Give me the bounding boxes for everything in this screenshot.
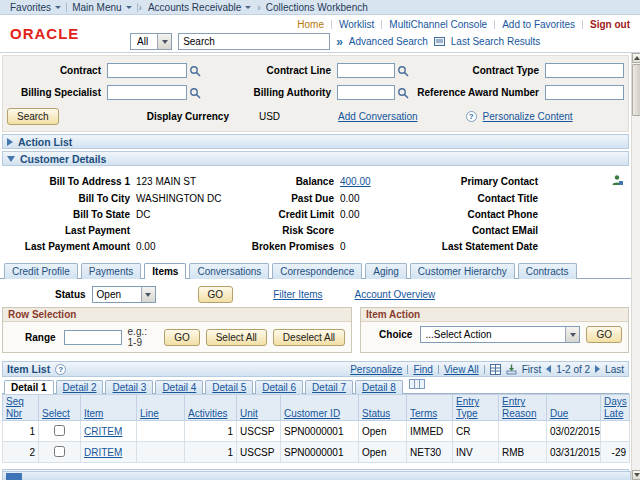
detail-tab-2[interactable]: Detail 2: [56, 380, 104, 394]
row-select-checkbox[interactable]: [54, 446, 65, 457]
item-list-title: Item List: [7, 363, 50, 375]
download-icon[interactable]: [506, 364, 517, 375]
contract-type-input[interactable]: [545, 63, 624, 78]
help-icon[interactable]: ?: [55, 364, 66, 375]
item-link[interactable]: DRITEM: [84, 447, 122, 458]
status-go-button[interactable]: GO: [198, 286, 234, 303]
col-header-days-late[interactable]: Days Late: [601, 395, 630, 421]
personalize-content-link[interactable]: Personalize Content: [483, 111, 573, 122]
col-header-item[interactable]: Item: [81, 395, 137, 421]
col-header-entry-type[interactable]: Entry Type: [453, 395, 499, 421]
col-header-seq-nbr[interactable]: Seq Nbr: [3, 395, 39, 421]
detail-tab-3[interactable]: Detail 3: [105, 380, 153, 394]
billing-authority-input[interactable]: [337, 85, 395, 100]
vertical-scrollbar[interactable]: [631, 53, 640, 480]
nav-multichannel-console-link[interactable]: MultiChannel Console: [389, 19, 487, 30]
select-all-button[interactable]: Select All: [206, 329, 267, 346]
last-search-results-icon[interactable]: [434, 36, 445, 47]
range-input[interactable]: [64, 330, 122, 345]
filter-items-link[interactable]: Filter Items: [273, 289, 322, 300]
row-select-checkbox[interactable]: [54, 425, 65, 436]
last-search-results-link[interactable]: Last Search Results: [451, 36, 541, 47]
breadcrumb-accounts-receivable[interactable]: Accounts Receivable: [143, 2, 256, 13]
show-all-columns-icon[interactable]: [409, 379, 425, 391]
pagination-first[interactable]: First: [522, 364, 541, 375]
account-overview-link[interactable]: Account Overview: [355, 289, 436, 300]
cell-customer-id: SPN0000001: [281, 421, 359, 442]
contract-line-input[interactable]: [337, 63, 395, 78]
primary-contact-icon[interactable]: [611, 174, 623, 186]
reference-award-number-input[interactable]: [545, 85, 624, 100]
add-conversation-link[interactable]: Add Conversation: [338, 111, 418, 122]
col-header-unit[interactable]: Unit: [237, 395, 281, 421]
contract-input[interactable]: [107, 63, 187, 78]
nav-worklist-link[interactable]: Worklist: [339, 19, 374, 30]
deselect-all-button[interactable]: Deselect All: [273, 329, 345, 346]
tab-correspondence[interactable]: Correspondence: [272, 263, 362, 279]
tab-contracts[interactable]: Contracts: [518, 263, 577, 279]
action-list-section-header[interactable]: Action List: [2, 134, 629, 149]
field-label: Bill To City: [2, 193, 130, 204]
scroll-up-button[interactable]: [632, 53, 640, 63]
nav-home-link[interactable]: Home: [297, 19, 324, 30]
advanced-search-icon[interactable]: »: [336, 35, 343, 49]
col-header-select[interactable]: Select: [39, 395, 81, 421]
collapse-arrow-icon[interactable]: [7, 156, 15, 162]
tab-customer-hierarchy[interactable]: Customer Hierarchy: [410, 263, 515, 279]
col-header-activities[interactable]: Activities: [185, 395, 237, 421]
grid-toolbar: Personalize Find View All First: [350, 364, 624, 375]
cell-item: DRITEM: [81, 442, 137, 463]
view-all-link[interactable]: View All: [444, 364, 479, 375]
next-page-icon[interactable]: [595, 365, 600, 373]
tab-conversations[interactable]: Conversations: [189, 263, 269, 279]
customer-details-panel: Bill To Address 1 123 MAIN ST Balance 40…: [0, 168, 631, 256]
detail-tab-4[interactable]: Detail 4: [155, 380, 203, 394]
billing-specialist-lookup-icon[interactable]: [189, 87, 201, 99]
nav-sign-out-link[interactable]: Sign out: [590, 19, 630, 30]
billing-specialist-input[interactable]: [107, 85, 187, 100]
col-header-status[interactable]: Status: [359, 395, 407, 421]
item-action-go-button[interactable]: GO: [586, 326, 622, 343]
search-scope-select[interactable]: All: [130, 33, 172, 50]
balance-link[interactable]: 400.00: [340, 176, 414, 187]
item-link[interactable]: CRITEM: [84, 426, 122, 437]
personalize-link[interactable]: Personalize: [350, 364, 402, 375]
advanced-search-link[interactable]: Advanced Search: [349, 36, 428, 47]
zoom-grid-icon[interactable]: [490, 364, 501, 375]
range-go-button[interactable]: GO: [164, 329, 200, 346]
tab-aging[interactable]: Aging: [365, 263, 407, 279]
tab-credit-profile[interactable]: Credit Profile: [4, 263, 78, 279]
col-header-due[interactable]: Due: [547, 395, 601, 421]
expand-arrow-icon[interactable]: [6, 473, 22, 480]
col-header-entry-reason[interactable]: Entry Reason: [499, 395, 547, 421]
find-link[interactable]: Find: [413, 364, 432, 375]
status-select[interactable]: Open: [92, 286, 156, 303]
scroll-down-button[interactable]: [632, 470, 640, 480]
detail-tab-8[interactable]: Detail 8: [355, 380, 403, 394]
tab-payments[interactable]: Payments: [81, 263, 141, 279]
previous-page-icon[interactable]: [546, 365, 551, 373]
nav-add-to-favorites-link[interactable]: Add to Favorites: [502, 19, 575, 30]
breadcrumb-favorites[interactable]: Favorites: [5, 2, 66, 13]
billing-authority-lookup-icon[interactable]: [397, 87, 409, 99]
search-button[interactable]: Search: [7, 108, 59, 125]
scrollbar-thumb[interactable]: [632, 64, 640, 116]
pagination-last[interactable]: Last: [605, 364, 624, 375]
col-header-customer-id[interactable]: Customer ID: [281, 395, 359, 421]
contract-line-lookup-icon[interactable]: [397, 65, 409, 77]
detail-tab-1[interactable]: Detail 1: [4, 380, 54, 394]
item-action-select[interactable]: ...Select Action: [420, 326, 580, 343]
col-header-terms[interactable]: Terms: [407, 395, 453, 421]
detail-tab-7[interactable]: Detail 7: [305, 380, 353, 394]
breadcrumb-main-menu[interactable]: Main Menu: [67, 2, 136, 13]
field-label: Last Statement Date: [420, 241, 538, 252]
customer-details-section-header[interactable]: Customer Details: [2, 151, 629, 166]
contract-lookup-icon[interactable]: [189, 65, 201, 77]
expand-arrow-icon[interactable]: [7, 138, 13, 146]
tab-items[interactable]: Items: [144, 263, 186, 279]
col-header-line[interactable]: Line: [137, 395, 185, 421]
detail-tab-5[interactable]: Detail 5: [205, 380, 253, 394]
help-icon[interactable]: ?: [466, 111, 477, 122]
global-search-input[interactable]: [178, 33, 330, 50]
detail-tab-6[interactable]: Detail 6: [255, 380, 303, 394]
